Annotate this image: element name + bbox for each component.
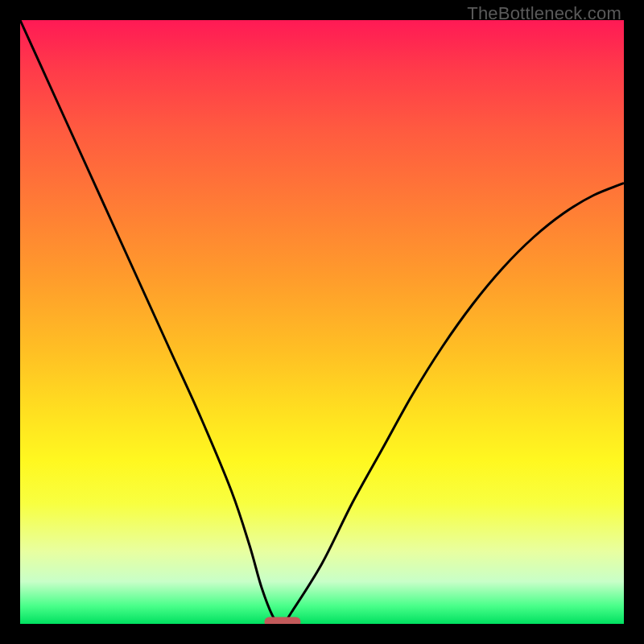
plot-area bbox=[20, 20, 624, 624]
ideal-marker bbox=[265, 617, 301, 624]
watermark: TheBottleneck.com bbox=[467, 3, 621, 24]
chart-frame: TheBottleneck.com bbox=[0, 0, 644, 644]
severity-gradient bbox=[20, 20, 624, 624]
